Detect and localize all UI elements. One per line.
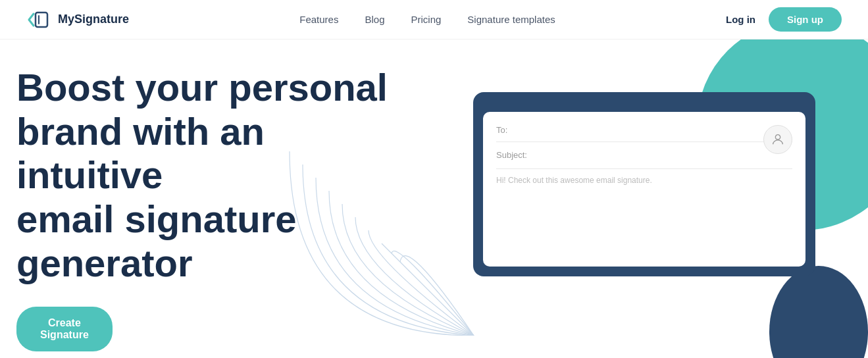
brand-name: MySignature	[58, 13, 129, 26]
navbar-right: Log in Sign up	[726, 7, 842, 32]
email-subject-label: Subject:	[496, 150, 527, 160]
hero-heading: Boost your personal brand with an intuit…	[16, 66, 398, 285]
hero-heading-line4: generator	[16, 242, 193, 284]
login-button[interactable]: Log in	[726, 14, 755, 25]
email-to-row: To:	[496, 125, 792, 135]
hero-section: To: Subject: Hi! Check out this awesome …	[0, 39, 868, 358]
navbar-center: Features Blog Pricing Signature template…	[299, 14, 555, 25]
avatar	[763, 125, 792, 154]
nav-features[interactable]: Features	[299, 14, 338, 25]
navbar-left: MySignature	[26, 7, 129, 32]
hero-text: Boost your personal brand with an intuit…	[16, 66, 398, 305]
logo-icon	[26, 7, 51, 32]
nav-signature-templates[interactable]: Signature templates	[467, 14, 555, 25]
create-signature-button[interactable]: Create Signature	[16, 307, 113, 351]
bg-circle-dark	[769, 266, 868, 358]
email-card-inner: To: Subject: Hi! Check out this awesome …	[483, 112, 805, 267]
email-divider-2	[496, 168, 792, 169]
hero-heading-line1: Boost your personal	[16, 66, 388, 109]
hero-heading-line2: brand with an intuitive	[16, 110, 265, 197]
email-subject-row: Subject:	[496, 149, 792, 161]
email-body-text: Hi! Check out this awesome email signatu…	[496, 176, 792, 185]
navbar: MySignature Features Blog Pricing Signat…	[0, 0, 868, 39]
svg-point-3	[775, 135, 780, 140]
hero-heading-line3: email signature	[16, 197, 296, 240]
email-mockup-card: To: Subject: Hi! Check out this awesome …	[473, 92, 815, 276]
email-to-label: To:	[496, 125, 507, 135]
nav-blog[interactable]: Blog	[365, 14, 384, 25]
email-divider-1	[496, 141, 792, 142]
person-icon	[771, 132, 785, 147]
nav-pricing[interactable]: Pricing	[411, 14, 441, 25]
signup-button[interactable]: Sign up	[769, 7, 842, 32]
svg-rect-1	[36, 13, 47, 27]
